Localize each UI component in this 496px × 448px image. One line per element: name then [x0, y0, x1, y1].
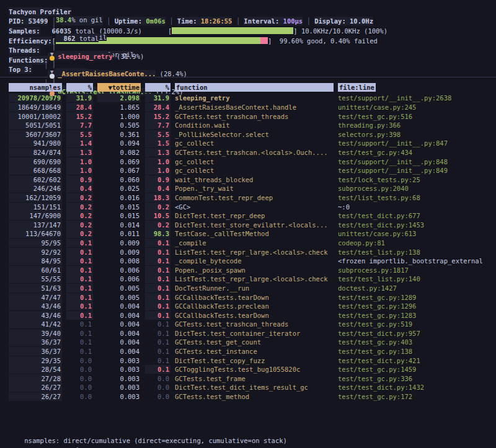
table-row[interactable]: 51/63 0.1 0.005 0.1 DocTestRunner.__run …: [0, 284, 496, 293]
cell-tottime: 0.005: [97, 284, 141, 292]
table-row[interactable]: 36/37 0.1 0.004 0.1 GCTests.test_instanc…: [0, 347, 496, 356]
uptime-value: 0m06s: [146, 17, 166, 25]
cell-nsamples: 10001/10002: [9, 112, 62, 121]
cell-nsamples: 51/63: [9, 284, 62, 292]
cell-direct-pct: 0.1: [66, 275, 93, 283]
samples-rate-text: 10.0KHz/10.0KHz (100%): [298, 27, 388, 35]
table-row[interactable]: 26/27 0.0 0.003 0.0 DictTest.test_dict_i…: [0, 383, 496, 392]
col-header-cumulative-pct[interactable]: %: [145, 83, 170, 92]
cell-file-line: test/test_gc.py:516: [338, 112, 496, 121]
cell-tottime: 0.005: [97, 293, 141, 302]
table-row[interactable]: 28/54 0.0 0.003 0.1 GCTogglingTests.test…: [0, 365, 496, 374]
table-row[interactable]: 246/246 0.4 0.025 0.4 Popen._try_wait su…: [0, 184, 496, 193]
table-row[interactable]: 10001/10002 15.2 1.000 15.2 GCTests.test…: [0, 112, 496, 121]
cell-function: DictTest.test_container_iterator: [175, 329, 334, 338]
cell-direct-pct: 0.2: [66, 211, 93, 220]
top3-function-name: _AssertRaisesBaseConte...: [58, 70, 156, 77]
table-row[interactable]: 941/980 1.4 0.094 1.5 gc_collect test/su…: [0, 139, 496, 148]
table-row[interactable]: 41/42 0.1 0.004 0.1 GCTests.test_trashca…: [0, 320, 496, 329]
cell-file-line: test/test_dict.py:421: [338, 356, 496, 365]
cell-file-line: <frozen importlib._bootstrap_external: [338, 257, 496, 265]
table-row[interactable]: 602/602 0.9 0.060 0.9 wait_threads_block…: [0, 175, 496, 185]
cell-nsamples: 95/95: [9, 239, 62, 247]
cell-function: GCCallbackTests.preclean: [175, 302, 334, 310]
table-row[interactable]: 39/40 0.1 0.004 0.1 DictTest.test_contai…: [0, 329, 496, 338]
table-row[interactable]: 29/35 0.0 0.003 0.1 DictTest.test_copy_f…: [0, 356, 496, 365]
cell-function: GCTests.test_instance: [175, 347, 334, 356]
table-row[interactable]: 162/12059 0.2 0.016 18.3 CommonTest.test…: [0, 193, 496, 203]
cell-direct-pct: 0.1: [66, 293, 93, 302]
cell-tottime: 0.004: [97, 302, 141, 310]
cell-function: GCCallbackTests.tearDown: [175, 311, 334, 320]
table-row[interactable]: 26/27 0.0 0.003 0.0 GCTests.test_method …: [0, 392, 496, 402]
cell-cumulative-pct: 28.4: [145, 103, 170, 112]
cell-file-line: test/test_gc.py:434: [338, 148, 496, 157]
cell-file-line: test/support/__init__.py:848: [338, 157, 496, 166]
cell-cumulative-pct: 1.0: [145, 166, 170, 175]
cell-tottime: 0.025: [97, 184, 141, 193]
cell-direct-pct: 7.7: [66, 121, 93, 130]
cell-file-line: threading.py:366: [338, 121, 496, 130]
table-row[interactable]: 43/46 0.1 0.004 0.1 GCCallbackTests.prec…: [0, 302, 496, 311]
table-row[interactable]: 47/47 0.1 0.005 0.1 GCCallbackTests.tear…: [0, 292, 496, 302]
table-row[interactable]: 3607/3607 5.5 0.361 5.5 _PollLikeSelecto…: [0, 130, 496, 139]
cell-nsamples: 43/46: [9, 302, 62, 310]
table-row[interactable]: 92/92 0.1 0.009 0.1 ListTest.test_repr_l…: [0, 247, 496, 257]
cell-function: ListTest.test_repr_large.<locals>.check: [175, 248, 334, 257]
table-row[interactable]: 18649/18649 28.4 1.865 28.4 _AssertRaise…: [0, 103, 496, 112]
table-row[interactable]: 20978/20979 31.9 2.098 31.9 sleeping_ret…: [0, 94, 496, 103]
table-row[interactable]: 55/55 0.1 0.006 0.1 ListTest.test_repr_l…: [0, 275, 496, 284]
table-row[interactable]: 95/95 0.1 0.009 0.1 _compile codeop.py:8…: [0, 239, 496, 248]
table-row[interactable]: 668/668 1.0 0.067 1.0 gc_collect test/su…: [0, 166, 496, 175]
stat-value: 38.4: [56, 16, 71, 24]
cell-tottime: 0.067: [97, 166, 141, 175]
cell-cumulative-pct: 0.1: [145, 338, 170, 346]
cell-cumulative-pct: 0.4: [145, 184, 170, 193]
cell-function: DictTest.test_repr_deep: [175, 211, 334, 220]
table-row[interactable]: 36/37 0.1 0.004 0.1 GCTests.test_get_cou…: [0, 338, 496, 347]
cell-nsamples: 824/874: [9, 148, 62, 157]
cell-file-line: subprocess.py:2040: [338, 184, 496, 193]
table-row[interactable]: 5051/5051 7.7 0.505 7.7 Condition.wait t…: [0, 121, 496, 130]
display-status: Display: 10.0Hz: [314, 17, 373, 25]
table-row[interactable]: 113/64670 0.2 0.011 98.3 TestCase._callT…: [0, 229, 496, 239]
top3-line: Top 3: sleeping_retry (31.9%) │ _AssertR…: [0, 65, 496, 75]
cell-cumulative-pct: 0.1: [145, 347, 170, 356]
table-row[interactable]: 60/61 0.1 0.006 0.1 Popen._posix_spawn s…: [0, 265, 496, 275]
col-header-file-line[interactable]: file:line: [338, 83, 376, 92]
table-row[interactable]: 690/690 1.0 0.069 1.0 gc_collect test/su…: [0, 157, 496, 166]
cell-tottime: 0.015: [97, 211, 141, 220]
table-row[interactable]: 137/147 0.2 0.014 0.2 DictTest.test_stor…: [0, 220, 496, 229]
cell-file-line: test/test_list.py:138: [338, 248, 496, 257]
samples-rate-bar: [172, 27, 293, 34]
col-header-function[interactable]: function: [175, 83, 334, 92]
cell-direct-pct: 0.1: [66, 302, 93, 310]
cell-function: _AssertRaisesBaseContext.handle: [175, 103, 334, 112]
cell-tottime: 0.009: [97, 248, 141, 257]
cell-file-line: test/test_gc.py:403: [338, 338, 496, 346]
cell-cumulative-pct: 0.1: [145, 248, 170, 257]
table-row[interactable]: 84/95 0.1 0.008 0.1 _compile_bytecode <f…: [0, 257, 496, 266]
col-header-direct-pct[interactable]: %: [66, 83, 93, 92]
col-header-tottime-sorted[interactable]: ▼tottime: [97, 83, 141, 92]
cell-nsamples: 92/92: [9, 248, 62, 257]
cell-tottime: 0.069: [97, 157, 141, 166]
efficiency-text: 99.60% good, 0.40% failed: [272, 37, 378, 45]
cell-function: DictTest.test_store_evilattr.<locals...: [175, 221, 334, 229]
table-row[interactable]: 27/28 0.0 0.003 0.0 GCTests.test_frame t…: [0, 374, 496, 384]
cell-direct-pct: 0.1: [66, 338, 93, 346]
top3-percent: (31.9%): [113, 53, 144, 60]
table-row[interactable]: 824/874 1.3 0.082 1.3 GCTests.test_trash…: [0, 148, 496, 157]
cell-cumulative-pct: 7.7: [145, 121, 170, 130]
cell-function: sleeping_retry: [175, 94, 334, 102]
cell-cumulative-pct: 0.1: [145, 302, 170, 310]
cell-cumulative-pct: 18.3: [145, 193, 170, 202]
cell-cumulative-pct: 0.1: [145, 284, 170, 292]
table-row[interactable]: 151/151 0.2 0.015 0.2 <GC> ~:0: [0, 202, 496, 211]
table-row[interactable]: 43/46 0.1 0.004 0.1 GCCallbackTests.tear…: [0, 310, 496, 320]
cell-function: wait_threads_blocked: [175, 175, 334, 184]
cell-cumulative-pct: 0.1: [145, 275, 170, 283]
cell-tottime: 0.505: [97, 121, 141, 130]
cell-function: _compile: [175, 239, 334, 247]
table-row[interactable]: 147/6900 0.2 0.015 10.5 DictTest.test_re…: [0, 211, 496, 221]
